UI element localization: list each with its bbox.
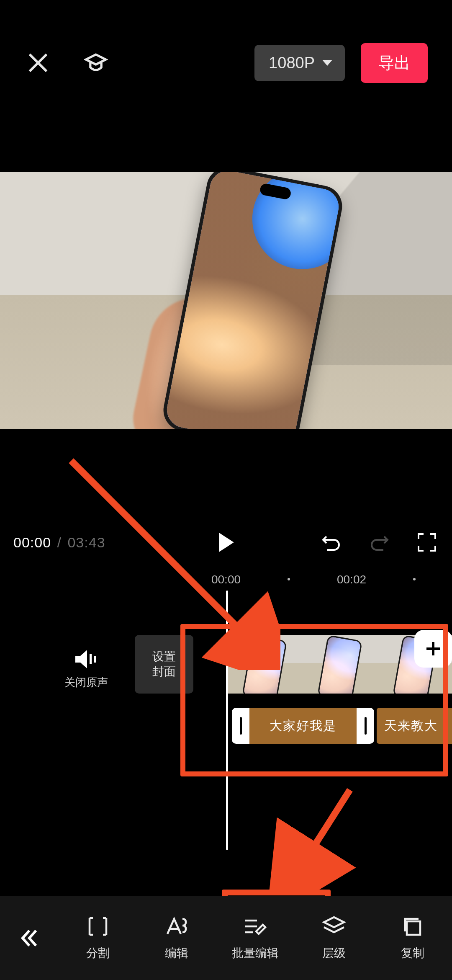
close-button[interactable] (24, 49, 52, 77)
redo-icon (369, 532, 389, 552)
svg-rect-1 (94, 656, 96, 663)
caption-text: 大家好我是 (249, 708, 357, 744)
caption-clip-selected[interactable]: 大家好我是 (232, 708, 374, 744)
bottom-toolbar: 分割 编辑 批量编辑 层级 复制 (0, 896, 452, 980)
plus-icon (425, 640, 442, 657)
toolbar-items: 分割 编辑 批量编辑 层级 复制 (59, 915, 452, 961)
add-clip-button[interactable] (414, 630, 452, 668)
svg-rect-4 (407, 921, 420, 935)
undo-icon (321, 532, 342, 552)
toolbar-item-label: 复制 (401, 945, 424, 961)
ruler-dot (288, 578, 290, 580)
timeline-area[interactable]: 关闭原声 设置 封面 大家好我是 天来教大 7个 (0, 591, 452, 909)
redo-button[interactable] (367, 531, 391, 554)
ruler-tick-0: 00:00 (211, 573, 241, 586)
clip-thumbnail[interactable] (227, 635, 302, 694)
toolbar-item-label: 编辑 (165, 945, 188, 961)
header-left-group (24, 49, 110, 77)
clip-handle-right[interactable] (357, 708, 374, 744)
toolbar-item-layer[interactable]: 层级 (295, 915, 373, 961)
playback-bar: 00:00 / 03:43 (0, 524, 452, 561)
toolbar-back-button[interactable] (0, 896, 59, 980)
text-edit-icon (163, 915, 190, 938)
toolbar-item-edit[interactable]: 编辑 (137, 915, 216, 961)
ruler-dot (413, 578, 416, 580)
svg-rect-0 (90, 654, 92, 664)
video-preview[interactable] (0, 172, 452, 429)
time-separator: / (57, 534, 62, 550)
graduation-cap-icon (84, 51, 108, 75)
fullscreen-button[interactable] (415, 531, 439, 554)
timeline-ruler[interactable]: 00:00 00:02 (0, 570, 452, 589)
batch-edit-icon (242, 915, 269, 938)
playhead[interactable] (226, 591, 228, 850)
caption-clip[interactable]: 天来教大 (377, 708, 452, 744)
set-cover-button[interactable]: 设置 封面 (135, 635, 193, 694)
playback-center (213, 530, 239, 555)
chevron-double-left-icon (19, 928, 39, 948)
playback-right-group (320, 531, 439, 554)
resolution-label: 1080P (269, 54, 315, 72)
set-cover-label: 设置 封面 (152, 649, 176, 679)
playback-current-time: 00:00 (13, 534, 51, 550)
layers-icon (321, 915, 347, 938)
fullscreen-icon (417, 532, 437, 552)
tutorial-button[interactable] (82, 49, 110, 77)
export-button[interactable]: 导出 (361, 43, 428, 83)
header-right-group: 1080P 导出 (254, 43, 428, 83)
top-header: 1080P 导出 (0, 38, 452, 88)
copy-icon (399, 915, 426, 938)
mute-original-audio[interactable]: 关闭原声 (57, 649, 116, 690)
export-label: 导出 (378, 54, 410, 72)
ruler-tick-1: 00:02 (337, 573, 366, 586)
resolution-selector[interactable]: 1080P (254, 45, 345, 81)
toolbar-item-batch-edit[interactable]: 批量编辑 (216, 915, 295, 961)
clip-thumbnail[interactable] (302, 635, 378, 694)
close-icon (26, 51, 50, 75)
toolbar-item-label: 层级 (322, 945, 346, 961)
chevron-down-icon (322, 60, 332, 66)
toolbar-item-label: 分割 (86, 945, 110, 961)
caption-text: 天来教大 (384, 717, 438, 735)
toolbar-item-label: 批量编辑 (232, 945, 279, 961)
play-button[interactable] (213, 530, 239, 555)
undo-button[interactable] (320, 531, 343, 554)
clip-handle-left[interactable] (232, 708, 249, 744)
toolbar-item-copy[interactable]: 复制 (373, 915, 452, 961)
playback-total-time: 03:43 (67, 534, 105, 550)
play-icon (217, 532, 235, 553)
toolbar-item-split[interactable]: 分割 (59, 915, 137, 961)
playback-time: 00:00 / 03:43 (13, 534, 105, 551)
split-icon (85, 915, 111, 938)
speaker-icon (57, 649, 116, 669)
mute-label: 关闭原声 (57, 675, 116, 690)
